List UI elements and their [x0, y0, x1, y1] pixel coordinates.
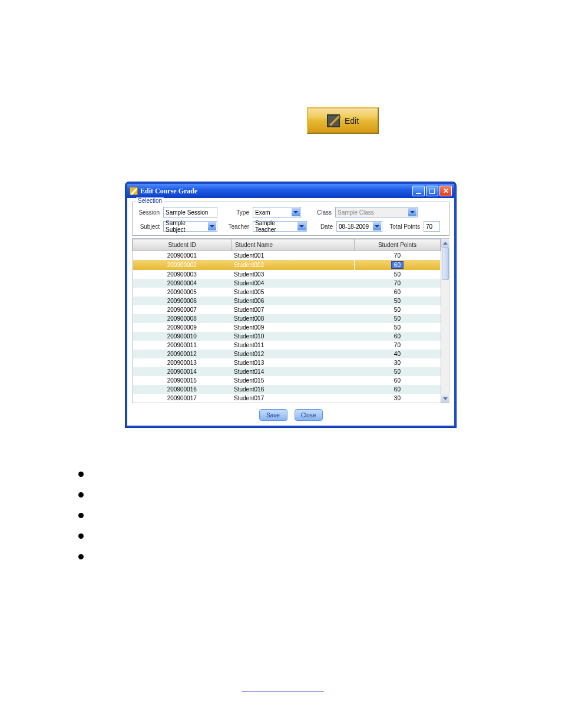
cell-student-name: Student004 [232, 279, 355, 288]
edit-button[interactable]: Edit [307, 107, 379, 134]
cell-student-name: Student010 [232, 332, 355, 341]
cell-student-name: Student007 [232, 305, 355, 314]
cell-student-id: 200900017 [133, 394, 232, 403]
cell-student-points[interactable]: 50 [354, 314, 440, 323]
table-row[interactable]: 200900012Student01240 [133, 350, 441, 358]
cell-student-id: 200900003 [133, 270, 232, 279]
cell-student-points[interactable]: 70 [354, 341, 440, 350]
table-row[interactable]: 200900006Student00650 [133, 297, 441, 305]
cell-student-points[interactable]: 60 [354, 288, 440, 297]
cell-student-points[interactable]: 60 [354, 385, 440, 394]
cell-student-id: 200900001 [133, 251, 232, 261]
date-picker[interactable]: 08-18-2009 [336, 221, 382, 232]
table-row[interactable]: 200900010Student01060 [133, 332, 441, 341]
bullet-icon [78, 513, 84, 518]
cell-student-points[interactable]: 50 [354, 270, 440, 279]
scroll-thumb[interactable] [442, 247, 449, 280]
cell-student-name: Student009 [232, 323, 355, 332]
cell-student-points[interactable]: 30 [354, 358, 440, 367]
table-row[interactable]: 200900007Student00750 [133, 305, 441, 314]
subject-combo[interactable]: Sample Subject [163, 221, 217, 232]
scroll-down-icon[interactable] [441, 394, 449, 403]
cell-student-name: Student015 [232, 376, 355, 385]
table-row[interactable]: 200900011Student01170 [133, 341, 441, 350]
maximize-button[interactable] [426, 186, 438, 196]
window-title: Edit Course Grade [140, 187, 412, 196]
cell-student-name: Student017 [232, 394, 355, 403]
bullet-icon [78, 492, 84, 498]
chevron-down-icon [408, 208, 416, 216]
titlebar[interactable]: Edit Course Grade ✕ [127, 184, 454, 198]
window-pencil-icon [130, 187, 138, 195]
cell-student-id: 200900010 [133, 332, 232, 341]
table-row[interactable]: 200900017Student01730 [133, 394, 441, 403]
table-row[interactable]: 200900015Student01560 [133, 376, 441, 385]
table-scrollbar[interactable] [441, 239, 449, 403]
cell-student-points[interactable]: 70 [354, 279, 440, 288]
cell-student-points[interactable]: 40 [354, 350, 440, 358]
table-row[interactable]: 200900005Student00560 [133, 288, 441, 297]
cell-student-points[interactable]: 30 [354, 394, 440, 403]
cell-student-id: 200900008 [133, 314, 232, 323]
cell-student-points[interactable]: 60 [354, 376, 440, 385]
bullet-icon [78, 554, 84, 559]
table-row[interactable]: 200900002Student00260 [133, 260, 441, 270]
edit-course-grade-window: Edit Course Grade ✕ Selection Session Sa… [125, 182, 456, 427]
cell-student-id: 200900006 [133, 297, 232, 305]
cell-student-points[interactable]: 50 [354, 297, 440, 305]
cell-student-points[interactable]: 60 [354, 332, 440, 341]
table-row[interactable]: 200900008Student00850 [133, 314, 441, 323]
selection-panel: Selection Session Sample Session Type Ex… [132, 202, 449, 236]
cell-student-name: Student011 [232, 341, 355, 350]
cell-student-id: 200900014 [133, 367, 232, 376]
bullet-list [78, 472, 84, 575]
cell-student-id: 200900013 [133, 358, 232, 367]
teacher-label: Teacher [223, 223, 249, 230]
edit-button-label: Edit [345, 116, 359, 126]
cell-student-id: 200900012 [133, 350, 232, 358]
col-student-id[interactable]: Student ID [133, 239, 232, 251]
table-row[interactable]: 200900014Student01450 [133, 367, 441, 376]
cell-student-id: 200900002 [133, 260, 232, 270]
close-window-button[interactable]: ✕ [439, 186, 452, 196]
scroll-up-icon[interactable] [441, 239, 449, 247]
cell-student-id: 200900015 [133, 376, 232, 385]
type-combo[interactable]: Exam [253, 207, 301, 218]
close-button[interactable]: Close [295, 409, 323, 421]
save-button[interactable]: Save [259, 409, 287, 421]
minimize-button[interactable] [412, 186, 425, 196]
table-row[interactable]: 200900016Student01660 [133, 385, 441, 394]
table-row[interactable]: 200900013Student01330 [133, 358, 441, 367]
class-combo[interactable]: Sample Class [335, 207, 418, 218]
student-grade-table: Student ID Student Name Student Points 2… [132, 238, 449, 403]
col-student-points[interactable]: Student Points [354, 239, 440, 251]
table-row[interactable]: 200900001Student00170 [133, 251, 441, 261]
cell-student-name: Student012 [232, 350, 355, 358]
cell-student-id: 200900011 [133, 341, 232, 350]
edit-pencil-icon [327, 114, 340, 127]
cell-student-points[interactable]: 50 [354, 323, 440, 332]
total-points-field[interactable]: 70 [424, 221, 440, 232]
session-field[interactable]: Sample Session [163, 207, 217, 218]
cell-student-points[interactable]: 70 [354, 251, 440, 261]
table-header-row: Student ID Student Name Student Points [133, 239, 441, 251]
cell-student-id: 200900009 [133, 323, 232, 332]
session-label: Session [136, 209, 160, 216]
cell-student-points[interactable]: 50 [354, 305, 440, 314]
chevron-down-icon [292, 208, 300, 216]
col-student-name[interactable]: Student Name [232, 239, 355, 251]
table-row[interactable]: 200900004Student00470 [133, 279, 441, 288]
date-label: Date [313, 223, 333, 230]
cell-student-points[interactable]: 50 [354, 367, 440, 376]
chevron-down-icon [297, 222, 306, 230]
cell-student-name: Student005 [232, 288, 355, 297]
dialog-button-bar: Save Close [127, 406, 454, 426]
teacher-combo[interactable]: Sample Teacher [253, 221, 307, 232]
table-row[interactable]: 200900003Student00350 [133, 270, 441, 279]
cell-student-name: Student003 [232, 270, 355, 279]
cell-student-id: 200900007 [133, 305, 232, 314]
cell-student-name: Student006 [232, 297, 355, 305]
class-label: Class [312, 209, 332, 216]
cell-student-points[interactable]: 60 [354, 260, 440, 270]
table-row[interactable]: 200900009Student00950 [133, 323, 441, 332]
